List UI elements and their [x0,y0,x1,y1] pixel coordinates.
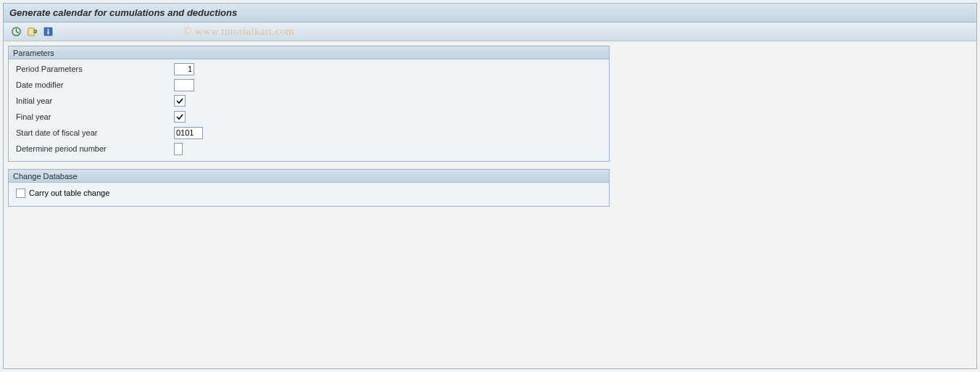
period-parameters-input[interactable] [174,63,194,75]
info-icon[interactable] [41,25,54,38]
initial-year-label: Initial year [13,96,174,105]
svg-rect-3 [47,29,49,30]
field-row-final-year: Final year [9,109,609,125]
variant-icon[interactable] [25,25,38,38]
watermark-text: © www.tutorialkart.com [183,25,294,38]
title-bar: Generate calendar for cumulations and de… [4,4,976,22]
date-modifier-input[interactable] [174,79,194,91]
field-row-initial-year: Initial year [9,93,609,109]
initial-year-checkbox[interactable] [174,95,186,107]
app-frame: Generate calendar for cumulations and de… [3,3,977,369]
field-row-date-modifier: Date modifier [9,77,609,93]
final-year-checkbox[interactable] [174,111,186,123]
period-parameters-label: Period Parameters [13,65,174,73]
content-area: Parameters Period Parameters Date modifi… [4,41,976,218]
field-row-period-parameters: Period Parameters [9,61,609,77]
change-database-group: Change Database Carry out table change [8,169,610,207]
determine-pn-input[interactable] [174,143,183,155]
execute-icon[interactable] [9,25,22,38]
carry-out-label: Carry out table change [29,189,109,197]
carry-out-row: Carry out table change [9,184,609,202]
final-year-label: Final year [13,112,174,121]
carry-out-checkbox[interactable] [16,189,25,198]
page-title: Generate calendar for cumulations and de… [9,7,237,18]
field-row-start-date-fy: Start date of fiscal year [9,125,609,141]
change-database-group-title: Change Database [13,172,78,181]
parameters-group: Parameters Period Parameters Date modifi… [8,46,610,162]
toolbar: © www.tutorialkart.com [4,22,976,41]
date-modifier-label: Date modifier [13,80,174,89]
change-database-group-body: Carry out table change [9,183,609,206]
start-date-fy-input[interactable] [174,127,203,139]
svg-rect-4 [47,31,49,35]
parameters-group-title: Parameters [13,49,54,57]
parameters-group-header: Parameters [9,46,609,59]
change-database-group-header: Change Database [9,170,609,183]
parameters-group-body: Period Parameters Date modifier Initial … [9,59,609,161]
field-row-determine-pn: Determine period number [9,141,609,157]
start-date-fy-label: Start date of fiscal year [13,128,174,137]
determine-pn-label: Determine period number [13,144,174,153]
